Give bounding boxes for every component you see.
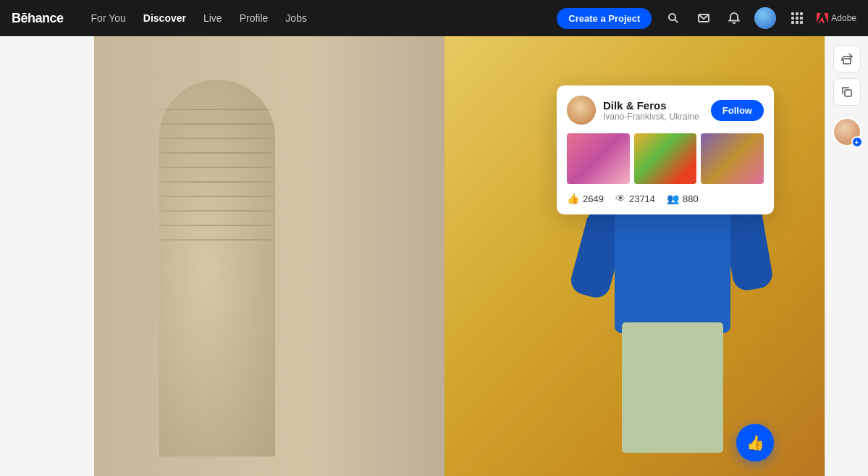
create-project-button[interactable]: Create a Project — [557, 8, 652, 29]
adobe-logo: Adobe — [817, 12, 856, 24]
search-icon[interactable] — [663, 8, 683, 28]
left-sidebar — [0, 36, 94, 476]
logo[interactable]: Bēhance — [12, 11, 64, 26]
svg-line-1 — [675, 20, 678, 22]
nav-for-you[interactable]: For You — [84, 8, 133, 28]
nav-jobs[interactable]: Jobs — [278, 8, 314, 28]
user-avatar[interactable] — [754, 7, 776, 29]
nav-links: For You Discover Live Profile Jobs — [84, 8, 557, 28]
navbar: Bēhance For You Discover Live Profile Jo… — [0, 0, 868, 36]
popup-header: Dilk & Feros Ivano-Frankivsk, Ukraine Fo… — [567, 96, 764, 125]
floating-like-button[interactable]: 👍 — [736, 424, 774, 462]
followers-icon: 👥 — [667, 193, 679, 204]
views-stat: 👁 23714 — [615, 193, 655, 204]
mail-icon[interactable] — [694, 8, 714, 28]
duplicate-button[interactable] — [833, 78, 861, 106]
popup-info: Dilk & Feros Ivano-Frankivsk, Ukraine — [603, 99, 704, 122]
image-area: Dilk & Feros Ivano-Frankivsk, Ukraine Fo… — [94, 36, 825, 476]
eye-icon: 👁 — [615, 193, 625, 204]
sidebar-avatar-container[interactable]: + — [833, 117, 861, 146]
sidebar-add-icon: + — [851, 136, 863, 148]
right-sidebar: + — [825, 36, 868, 476]
followers-count: 880 — [683, 193, 699, 204]
popup-thumbnails — [567, 133, 764, 184]
figure-pants — [622, 322, 723, 453]
thumbnail-2[interactable] — [634, 133, 697, 184]
thumbs-up-icon: 👍 — [567, 193, 579, 204]
apps-grid-icon[interactable] — [786, 8, 806, 28]
likes-stat: 👍 2649 — [567, 193, 604, 204]
bell-icon[interactable] — [724, 8, 744, 28]
followers-stat: 👥 880 — [667, 193, 699, 204]
thumbnail-3[interactable] — [701, 133, 764, 184]
popup-avatar[interactable] — [567, 96, 596, 125]
share-button[interactable] — [833, 45, 861, 72]
artist-location: Ivano-Frankivsk, Ukraine — [603, 112, 704, 122]
thumbnail-1[interactable] — [567, 133, 630, 184]
cylinder-lines — [159, 109, 275, 326]
popup-stats: 👍 2649 👁 23714 👥 880 — [567, 193, 764, 204]
likes-count: 2649 — [583, 193, 604, 204]
svg-point-0 — [669, 14, 675, 20]
nav-icons: Adobe — [663, 7, 856, 29]
main-content: Dilk & Feros Ivano-Frankivsk, Ukraine Fo… — [0, 36, 868, 476]
nav-live[interactable]: Live — [196, 8, 229, 28]
follow-button[interactable]: Follow — [711, 100, 764, 121]
artist-name: Dilk & Feros — [603, 99, 704, 112]
artist-popup-card: Dilk & Feros Ivano-Frankivsk, Ukraine Fo… — [557, 85, 774, 214]
svg-rect-4 — [845, 90, 851, 96]
nav-discover[interactable]: Discover — [136, 8, 193, 28]
views-count: 23714 — [629, 193, 655, 204]
adobe-label: Adobe — [831, 13, 856, 23]
nav-profile[interactable]: Profile — [232, 8, 276, 28]
